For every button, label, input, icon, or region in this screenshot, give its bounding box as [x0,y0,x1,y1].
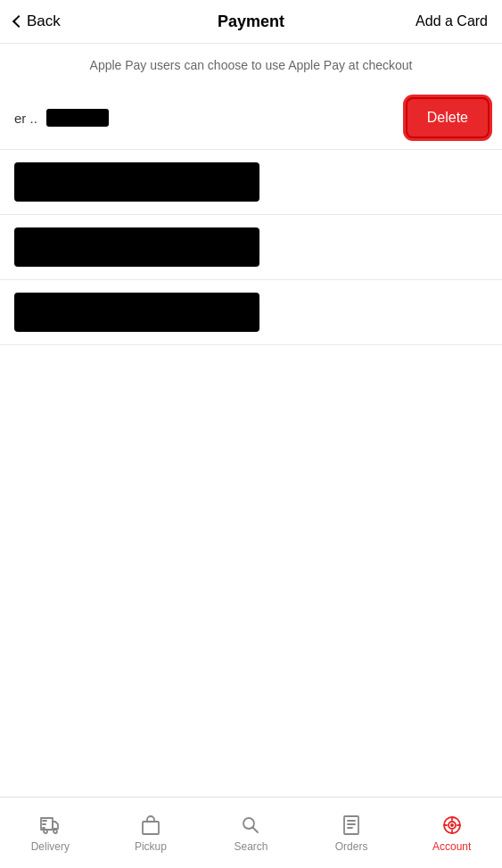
pickup-icon [139,814,162,837]
card-row-2 [0,150,502,215]
nav-search[interactable]: Search [201,814,301,853]
svg-rect-2 [143,822,159,834]
card-number-masked [46,109,109,127]
back-button[interactable]: Back [14,12,61,30]
delete-button[interactable]: Delete [407,99,488,136]
pickup-label: Pickup [135,840,167,853]
card-row-4 [0,280,502,345]
nav-account[interactable]: Account [401,814,502,853]
page-header: Back Payment Add a Card [0,0,502,44]
redacted-block-1 [14,162,259,202]
nav-orders[interactable]: Orders [301,814,402,853]
bottom-nav: Delivery Pickup Search Orders [0,797,502,868]
back-label: Back [27,12,61,30]
orders-label: Orders [335,840,368,853]
svg-point-1 [53,830,57,833]
svg-point-7 [450,823,453,826]
redacted-block-2 [14,227,259,267]
svg-point-0 [44,830,47,833]
search-label: Search [234,840,267,853]
account-label: Account [432,840,471,853]
svg-rect-4 [344,816,358,834]
nav-delivery[interactable]: Delivery [0,814,101,853]
info-banner: Apple Pay users can choose to use Apple … [0,44,502,87]
orders-icon [340,814,363,837]
redacted-block-3 [14,293,259,332]
card-info: er .. [14,109,109,127]
page-title: Payment [218,12,284,31]
chevron-left-icon [12,15,25,28]
nav-pickup[interactable]: Pickup [101,814,202,853]
info-text: Apple Pay users can choose to use Apple … [90,58,413,72]
card-row: er .. Delete [0,87,502,150]
card-row-3 [0,215,502,280]
card-number-prefix: er .. [14,111,37,126]
add-card-button[interactable]: Add a Card [416,13,488,29]
account-icon [440,814,464,837]
delivery-label: Delivery [31,840,70,853]
search-icon [239,814,262,837]
delivery-icon [38,814,62,837]
main-content [0,345,502,868]
